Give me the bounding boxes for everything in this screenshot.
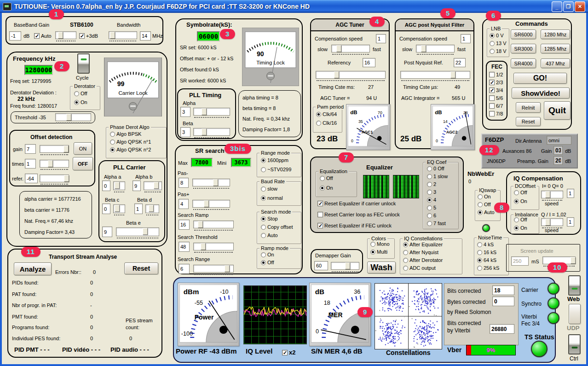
search-threshold-slider[interactable] bbox=[193, 243, 234, 250]
imbalance-off-radio[interactable] bbox=[514, 217, 519, 222]
fec-34-checkbox[interactable] bbox=[489, 87, 495, 93]
pas-plus-slider[interactable] bbox=[192, 200, 230, 208]
demapper-gain-slider[interactable] bbox=[331, 262, 359, 270]
sr-max-value[interactable]: 7800 bbox=[191, 158, 213, 167]
search-range-field[interactable] bbox=[179, 264, 190, 274]
pll-beta-slider[interactable] bbox=[193, 128, 230, 136]
slider-thumb[interactable] bbox=[154, 182, 159, 189]
slider-thumb[interactable] bbox=[213, 179, 218, 186]
antenna-field[interactable] bbox=[547, 136, 571, 145]
pll-beta-field[interactable] bbox=[180, 127, 190, 137]
dcoffset-off-radio[interactable] bbox=[514, 190, 519, 195]
bandwidth-slider[interactable] bbox=[109, 31, 137, 39]
slider-thumb[interactable] bbox=[143, 228, 148, 235]
slider-thumb[interactable] bbox=[345, 262, 350, 269]
frequency-value[interactable]: 1280000 bbox=[24, 65, 53, 75]
pas-minus-slider[interactable] bbox=[192, 179, 230, 186]
const-after-derot-radio[interactable] bbox=[403, 258, 408, 263]
alpha-b-slider[interactable] bbox=[144, 181, 162, 190]
eqcoef-2-radio[interactable] bbox=[427, 182, 432, 187]
offset-off-button[interactable]: OFF bbox=[73, 157, 93, 170]
reset-eq-carrier-checkbox[interactable] bbox=[317, 201, 323, 206]
eqcoef-4-radio[interactable] bbox=[427, 198, 432, 203]
derotator-off-radio[interactable] bbox=[74, 91, 79, 96]
slider-thumb[interactable] bbox=[64, 175, 69, 182]
offset-times-slider[interactable] bbox=[40, 160, 69, 168]
nyq-comp-speed-slider[interactable] bbox=[416, 45, 455, 52]
fec-56-checkbox[interactable] bbox=[489, 95, 495, 101]
slider-thumb[interactable] bbox=[115, 182, 120, 189]
udp-button[interactable] bbox=[569, 304, 581, 324]
close-button[interactable]: ✕ bbox=[575, 1, 585, 12]
demapper-gain-field[interactable] bbox=[314, 261, 328, 270]
reinit-button[interactable]: ReInit bbox=[516, 102, 541, 113]
search-auto-radio[interactable] bbox=[261, 233, 266, 238]
eqcoef-1-radio[interactable] bbox=[427, 174, 432, 179]
slider-thumb[interactable] bbox=[202, 128, 207, 135]
equalization-on-radio[interactable] bbox=[320, 186, 325, 191]
colors-mono-radio[interactable] bbox=[370, 242, 375, 247]
baud-normal-radio[interactable] bbox=[261, 196, 266, 201]
web-switch[interactable] bbox=[568, 275, 581, 296]
sr3000-button[interactable]: SR3000 bbox=[511, 44, 536, 53]
ramp-off-radio[interactable] bbox=[261, 260, 266, 265]
ramp-on-radio[interactable] bbox=[261, 252, 266, 257]
beta-c-slider[interactable] bbox=[113, 204, 125, 213]
reset-eq-fec-checkbox[interactable] bbox=[317, 223, 323, 228]
search-threshold-field[interactable] bbox=[179, 242, 190, 252]
plus3db-checkbox[interactable] bbox=[79, 33, 85, 39]
lnb-13v-radio[interactable] bbox=[490, 41, 495, 46]
noise-16ks-radio[interactable] bbox=[477, 250, 482, 255]
derotator-on-radio[interactable] bbox=[74, 100, 79, 105]
offset-on-button[interactable]: ON bbox=[74, 142, 92, 155]
algo-qpsk1-radio[interactable] bbox=[110, 139, 115, 145]
slider-thumb[interactable] bbox=[334, 71, 339, 78]
search-copy-radio[interactable] bbox=[261, 225, 266, 230]
pas-plus-field[interactable] bbox=[179, 199, 189, 209]
const-after-eq-radio[interactable] bbox=[403, 242, 408, 247]
equalization-off-radio[interactable] bbox=[320, 176, 325, 181]
fec-12-checkbox[interactable] bbox=[489, 72, 495, 77]
sr4000-button[interactable]: SR4000 bbox=[511, 58, 536, 68]
post-nyquist-ref-field[interactable] bbox=[454, 58, 466, 67]
slider-thumb[interactable] bbox=[204, 200, 209, 207]
slider-thumb[interactable] bbox=[63, 145, 69, 152]
mhz1285-button[interactable]: 1285 Mhz bbox=[541, 44, 570, 53]
slider-thumb[interactable] bbox=[201, 243, 206, 250]
search-ramp-field[interactable] bbox=[179, 220, 190, 230]
sr6000-button[interactable]: SR6000 bbox=[511, 29, 536, 39]
const-adc-radio[interactable] bbox=[403, 266, 408, 271]
imbalance-speed-field[interactable] bbox=[567, 217, 574, 227]
screen-update-field[interactable] bbox=[511, 256, 529, 266]
x2-checkbox[interactable] bbox=[282, 350, 288, 355]
slider-thumb[interactable] bbox=[336, 45, 341, 52]
clk64-radio[interactable] bbox=[316, 112, 321, 117]
const-after-nyq-radio[interactable] bbox=[403, 250, 408, 255]
iqswap-on-radio[interactable] bbox=[478, 194, 483, 199]
dcoffset-speed-field[interactable] bbox=[567, 189, 574, 198]
eqcoef-6-radio[interactable] bbox=[427, 213, 432, 218]
reset-button[interactable]: Reset bbox=[516, 117, 541, 126]
viterbi-bits-field[interactable] bbox=[490, 324, 514, 334]
slider-thumb[interactable] bbox=[58, 32, 63, 39]
offset-refer-slider[interactable] bbox=[40, 174, 69, 182]
minimize-button[interactable]: _ bbox=[552, 1, 562, 12]
post-nyquist-slider[interactable] bbox=[400, 71, 470, 79]
noise-256ks-radio[interactable] bbox=[477, 266, 482, 271]
referency-slider[interactable] bbox=[316, 71, 386, 79]
mhz437-button[interactable]: 437 Mhz bbox=[541, 58, 570, 68]
baseband-gain-slider[interactable] bbox=[55, 31, 76, 39]
auto-checkbox[interactable] bbox=[34, 33, 40, 39]
reset-carrier-fec-checkbox[interactable] bbox=[317, 212, 323, 217]
agc-comp-speed-slider[interactable] bbox=[331, 45, 370, 52]
slider-thumb[interactable] bbox=[149, 205, 154, 212]
gain-field[interactable] bbox=[553, 146, 563, 155]
imbalance-on-radio[interactable] bbox=[514, 226, 519, 231]
alpha-a-slider[interactable] bbox=[113, 181, 125, 190]
offset-gain-field[interactable] bbox=[25, 144, 36, 154]
noise-64ks-radio[interactable] bbox=[477, 258, 482, 263]
fec-23-checkbox[interactable] bbox=[489, 80, 495, 85]
ts-reset-button[interactable]: Reset bbox=[124, 262, 158, 274]
beta-e-field[interactable] bbox=[102, 227, 112, 237]
baud-slow-radio[interactable] bbox=[261, 186, 266, 192]
